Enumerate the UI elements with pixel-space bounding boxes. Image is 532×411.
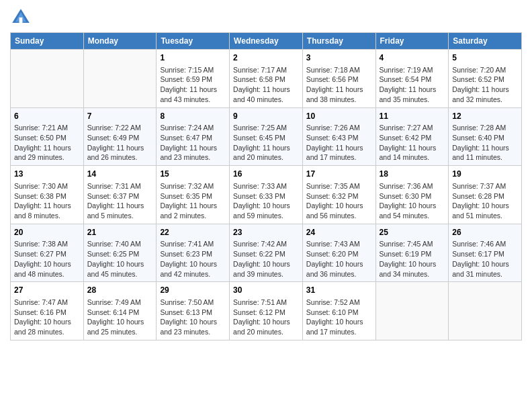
day-number: 25 bbox=[380, 227, 445, 238]
calendar-cell bbox=[11, 50, 84, 108]
day-number: 10 bbox=[306, 111, 372, 122]
day-info: Sunrise: 7:21 AM Sunset: 6:50 PM Dayligh… bbox=[14, 123, 80, 163]
day-info: Sunrise: 7:52 AM Sunset: 6:10 PM Dayligh… bbox=[306, 298, 372, 337]
day-number: 11 bbox=[380, 111, 445, 122]
day-number: 13 bbox=[14, 169, 80, 180]
column-header-tuesday: Tuesday bbox=[157, 33, 230, 50]
day-number: 31 bbox=[306, 285, 372, 296]
calendar-cell: 14Sunrise: 7:31 AM Sunset: 6:37 PM Dayli… bbox=[83, 166, 157, 224]
day-info: Sunrise: 7:38 AM Sunset: 6:27 PM Dayligh… bbox=[14, 239, 80, 279]
calendar-cell: 26Sunrise: 7:46 AM Sunset: 6:17 PM Dayli… bbox=[449, 224, 522, 282]
logo bbox=[10, 7, 34, 28]
column-header-wednesday: Wednesday bbox=[230, 33, 303, 50]
calendar-cell: 13Sunrise: 7:30 AM Sunset: 6:38 PM Dayli… bbox=[11, 166, 84, 224]
day-number: 17 bbox=[306, 169, 372, 180]
calendar-cell: 20Sunrise: 7:38 AM Sunset: 6:27 PM Dayli… bbox=[11, 224, 84, 282]
day-info: Sunrise: 7:45 AM Sunset: 6:19 PM Dayligh… bbox=[380, 239, 445, 279]
day-number: 30 bbox=[233, 285, 299, 296]
day-info: Sunrise: 7:35 AM Sunset: 6:32 PM Dayligh… bbox=[306, 181, 372, 221]
calendar-cell: 24Sunrise: 7:43 AM Sunset: 6:20 PM Dayli… bbox=[302, 224, 375, 282]
day-info: Sunrise: 7:31 AM Sunset: 6:37 PM Dayligh… bbox=[87, 181, 153, 221]
calendar-cell: 23Sunrise: 7:42 AM Sunset: 6:22 PM Dayli… bbox=[230, 224, 303, 282]
day-number: 28 bbox=[87, 285, 153, 296]
day-info: Sunrise: 7:49 AM Sunset: 6:14 PM Dayligh… bbox=[87, 298, 153, 337]
day-info: Sunrise: 7:47 AM Sunset: 6:16 PM Dayligh… bbox=[14, 298, 80, 337]
day-number: 22 bbox=[160, 227, 226, 238]
day-info: Sunrise: 7:46 AM Sunset: 6:17 PM Dayligh… bbox=[452, 239, 518, 279]
day-info: Sunrise: 7:26 AM Sunset: 6:43 PM Dayligh… bbox=[306, 123, 372, 163]
calendar-cell: 31Sunrise: 7:52 AM Sunset: 6:10 PM Dayli… bbox=[302, 282, 375, 340]
calendar-cell: 2Sunrise: 7:17 AM Sunset: 6:58 PM Daylig… bbox=[230, 50, 303, 108]
day-info: Sunrise: 7:30 AM Sunset: 6:38 PM Dayligh… bbox=[14, 181, 80, 221]
calendar-cell: 29Sunrise: 7:50 AM Sunset: 6:13 PM Dayli… bbox=[157, 282, 230, 340]
day-number: 21 bbox=[87, 227, 153, 238]
calendar-week-row: 1Sunrise: 7:15 AM Sunset: 6:59 PM Daylig… bbox=[11, 50, 522, 108]
day-number: 18 bbox=[380, 169, 445, 180]
day-number: 24 bbox=[306, 227, 372, 238]
calendar-header-row: SundayMondayTuesdayWednesdayThursdayFrid… bbox=[11, 33, 522, 50]
day-info: Sunrise: 7:37 AM Sunset: 6:28 PM Dayligh… bbox=[452, 181, 518, 221]
day-number: 19 bbox=[452, 169, 518, 180]
day-number: 9 bbox=[233, 111, 299, 122]
column-header-thursday: Thursday bbox=[302, 33, 375, 50]
calendar-cell bbox=[83, 50, 157, 108]
day-info: Sunrise: 7:19 AM Sunset: 6:54 PM Dayligh… bbox=[380, 65, 445, 105]
calendar-cell: 18Sunrise: 7:36 AM Sunset: 6:30 PM Dayli… bbox=[375, 166, 449, 224]
day-number: 2 bbox=[233, 52, 299, 64]
calendar-cell: 27Sunrise: 7:47 AM Sunset: 6:16 PM Dayli… bbox=[11, 282, 84, 340]
calendar-cell: 16Sunrise: 7:33 AM Sunset: 6:33 PM Dayli… bbox=[230, 166, 303, 224]
calendar-cell: 30Sunrise: 7:51 AM Sunset: 6:12 PM Dayli… bbox=[230, 282, 303, 340]
column-header-monday: Monday bbox=[83, 33, 157, 50]
calendar-cell: 19Sunrise: 7:37 AM Sunset: 6:28 PM Dayli… bbox=[449, 166, 522, 224]
day-info: Sunrise: 7:15 AM Sunset: 6:59 PM Dayligh… bbox=[160, 65, 226, 105]
calendar-cell: 28Sunrise: 7:49 AM Sunset: 6:14 PM Dayli… bbox=[83, 282, 157, 340]
day-info: Sunrise: 7:32 AM Sunset: 6:35 PM Dayligh… bbox=[160, 181, 226, 221]
day-number: 1 bbox=[160, 52, 226, 64]
day-info: Sunrise: 7:42 AM Sunset: 6:22 PM Dayligh… bbox=[233, 239, 299, 279]
calendar-cell bbox=[449, 282, 522, 340]
calendar-cell: 10Sunrise: 7:26 AM Sunset: 6:43 PM Dayli… bbox=[302, 107, 375, 166]
day-number: 8 bbox=[160, 111, 226, 122]
calendar-cell: 8Sunrise: 7:24 AM Sunset: 6:47 PM Daylig… bbox=[157, 107, 230, 166]
calendar-cell bbox=[375, 282, 449, 340]
day-info: Sunrise: 7:40 AM Sunset: 6:25 PM Dayligh… bbox=[87, 239, 153, 279]
day-number: 3 bbox=[306, 52, 372, 64]
calendar-cell: 7Sunrise: 7:22 AM Sunset: 6:49 PM Daylig… bbox=[83, 107, 157, 166]
day-info: Sunrise: 7:33 AM Sunset: 6:33 PM Dayligh… bbox=[233, 181, 299, 221]
calendar-cell: 15Sunrise: 7:32 AM Sunset: 6:35 PM Dayli… bbox=[157, 166, 230, 224]
day-info: Sunrise: 7:51 AM Sunset: 6:12 PM Dayligh… bbox=[233, 298, 299, 337]
day-info: Sunrise: 7:25 AM Sunset: 6:45 PM Dayligh… bbox=[233, 123, 299, 163]
page-header bbox=[10, 7, 522, 28]
day-info: Sunrise: 7:41 AM Sunset: 6:23 PM Dayligh… bbox=[160, 239, 226, 279]
day-number: 5 bbox=[452, 52, 518, 64]
calendar-cell: 12Sunrise: 7:28 AM Sunset: 6:40 PM Dayli… bbox=[449, 107, 522, 166]
day-info: Sunrise: 7:20 AM Sunset: 6:52 PM Dayligh… bbox=[452, 65, 518, 105]
calendar-week-row: 20Sunrise: 7:38 AM Sunset: 6:27 PM Dayli… bbox=[11, 224, 522, 282]
day-number: 14 bbox=[87, 169, 153, 180]
column-header-saturday: Saturday bbox=[449, 33, 522, 50]
calendar-table: SundayMondayTuesdayWednesdayThursdayFrid… bbox=[10, 32, 522, 340]
day-number: 7 bbox=[87, 111, 153, 122]
day-number: 26 bbox=[452, 227, 518, 238]
calendar-cell: 4Sunrise: 7:19 AM Sunset: 6:54 PM Daylig… bbox=[375, 50, 449, 108]
calendar-cell: 17Sunrise: 7:35 AM Sunset: 6:32 PM Dayli… bbox=[302, 166, 375, 224]
day-number: 15 bbox=[160, 169, 226, 180]
calendar-week-row: 13Sunrise: 7:30 AM Sunset: 6:38 PM Dayli… bbox=[11, 166, 522, 224]
day-info: Sunrise: 7:24 AM Sunset: 6:47 PM Dayligh… bbox=[160, 123, 226, 163]
day-info: Sunrise: 7:17 AM Sunset: 6:58 PM Dayligh… bbox=[233, 65, 299, 105]
day-number: 6 bbox=[14, 111, 80, 122]
calendar-cell: 1Sunrise: 7:15 AM Sunset: 6:59 PM Daylig… bbox=[157, 50, 230, 108]
calendar-week-row: 6Sunrise: 7:21 AM Sunset: 6:50 PM Daylig… bbox=[11, 107, 522, 166]
day-info: Sunrise: 7:43 AM Sunset: 6:20 PM Dayligh… bbox=[306, 239, 372, 279]
day-info: Sunrise: 7:18 AM Sunset: 6:56 PM Dayligh… bbox=[306, 65, 372, 105]
day-number: 23 bbox=[233, 227, 299, 238]
column-header-sunday: Sunday bbox=[11, 33, 84, 50]
calendar-week-row: 27Sunrise: 7:47 AM Sunset: 6:16 PM Dayli… bbox=[11, 282, 522, 340]
day-number: 4 bbox=[380, 52, 445, 64]
calendar-cell: 3Sunrise: 7:18 AM Sunset: 6:56 PM Daylig… bbox=[302, 50, 375, 108]
calendar-cell: 5Sunrise: 7:20 AM Sunset: 6:52 PM Daylig… bbox=[449, 50, 522, 108]
calendar-cell: 21Sunrise: 7:40 AM Sunset: 6:25 PM Dayli… bbox=[83, 224, 157, 282]
day-info: Sunrise: 7:27 AM Sunset: 6:42 PM Dayligh… bbox=[380, 123, 445, 163]
calendar-cell: 22Sunrise: 7:41 AM Sunset: 6:23 PM Dayli… bbox=[157, 224, 230, 282]
calendar-cell: 9Sunrise: 7:25 AM Sunset: 6:45 PM Daylig… bbox=[230, 107, 303, 166]
